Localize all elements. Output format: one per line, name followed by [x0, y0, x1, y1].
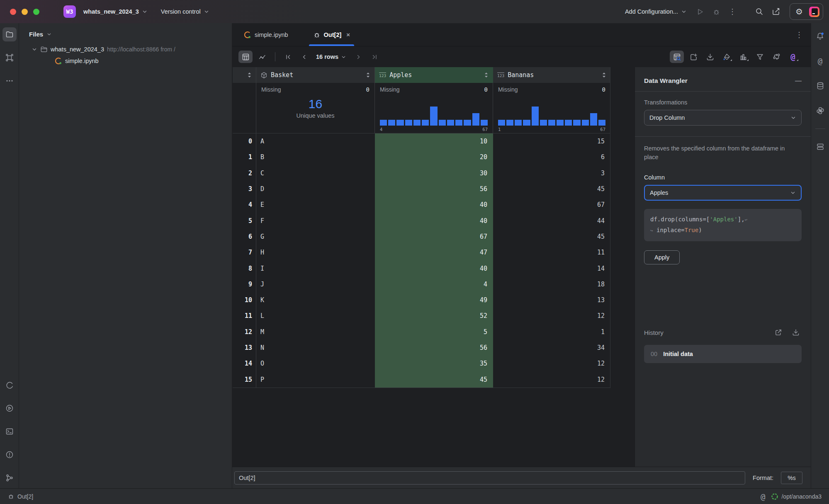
cell-bananas[interactable]: 12	[493, 356, 610, 371]
cell-bananas[interactable]: 12	[493, 308, 610, 324]
tab-notebook[interactable]: simple.ipynb	[238, 23, 294, 46]
cell-basket[interactable]: C	[256, 165, 375, 181]
cell-bananas[interactable]: 67	[493, 197, 610, 213]
output-reference-input[interactable]	[234, 471, 745, 485]
previous-page-button[interactable]	[297, 51, 311, 63]
debug-button[interactable]	[710, 6, 722, 18]
version-control-menu[interactable]: Version control	[158, 6, 213, 17]
history-item[interactable]: 00 Initial data	[644, 345, 802, 363]
cell-apples[interactable]: 56	[375, 340, 493, 356]
cell-bananas[interactable]: 18	[493, 276, 610, 292]
layout-button[interactable]	[813, 140, 827, 154]
cell-bananas[interactable]: 11	[493, 245, 610, 260]
python-packages-button[interactable]	[813, 104, 827, 118]
sort-icon[interactable]	[484, 72, 489, 78]
cell-apples[interactable]: 67	[375, 229, 493, 245]
cell-apples[interactable]: 47	[375, 245, 493, 260]
minimize-panel-button[interactable]: —	[795, 77, 802, 85]
chevron-expanded-icon[interactable]	[32, 46, 37, 52]
cell-index[interactable]: 15	[233, 371, 256, 387]
table-row[interactable]: 7H4711	[233, 245, 610, 260]
cell-index[interactable]: 3	[233, 181, 256, 197]
cell-basket[interactable]: E	[256, 197, 375, 213]
structure-tool-button[interactable]	[2, 51, 17, 65]
aggregate-view-button[interactable]	[736, 51, 750, 63]
column-dropdown[interactable]: Apples	[644, 185, 802, 201]
settings-gear-icon[interactable]: ⚙	[793, 5, 805, 18]
version-graph-tool-button[interactable]	[2, 471, 17, 485]
filter-button[interactable]	[753, 51, 767, 63]
cell-bananas[interactable]: 45	[493, 229, 610, 245]
cell-basket[interactable]: P	[256, 371, 375, 387]
table-row[interactable]: 0A1015	[233, 133, 610, 149]
cell-apples[interactable]: 30	[375, 165, 493, 181]
cell-basket[interactable]: D	[256, 181, 375, 197]
cell-bananas[interactable]: 12	[493, 371, 610, 387]
close-window-button[interactable]	[10, 9, 16, 15]
cell-apples[interactable]: 4	[375, 276, 493, 292]
cell-bananas[interactable]: 34	[493, 340, 610, 356]
table-row[interactable]: 1B206	[233, 149, 610, 165]
cell-apples[interactable]: 52	[375, 308, 493, 324]
cell-basket[interactable]: L	[256, 308, 375, 324]
apply-button[interactable]: Apply	[644, 250, 680, 264]
cell-basket[interactable]: F	[256, 213, 375, 228]
open-history-button[interactable]	[773, 327, 784, 338]
next-page-button[interactable]	[351, 51, 365, 63]
cell-apples[interactable]: 40	[375, 197, 493, 213]
more-tool-windows-button[interactable]	[2, 74, 17, 88]
terminal-tool-button[interactable]	[2, 424, 17, 439]
status-output-segment[interactable]: Out[2]	[7, 493, 33, 500]
column-header-bananas[interactable]: 123 Bananas	[493, 67, 610, 83]
tree-item-project[interactable]: whats_new_2024_3 http://localhost:8866 f…	[19, 44, 232, 55]
cell-bananas[interactable]: 44	[493, 213, 610, 228]
run-configuration-selector[interactable]: Add Configuration...	[622, 6, 690, 17]
cell-index[interactable]: 10	[233, 292, 256, 308]
cell-apples[interactable]: 40	[375, 260, 493, 276]
color-settings-button[interactable]	[720, 51, 734, 63]
editor-options-menu[interactable]: ⋮	[793, 30, 805, 40]
cell-index[interactable]: 8	[233, 260, 256, 276]
cell-apples[interactable]: 35	[375, 356, 493, 371]
table-row[interactable]: 12M51	[233, 324, 610, 340]
open-in-new-tab-button[interactable]	[686, 51, 700, 63]
table-row[interactable]: 10K4913	[233, 292, 610, 308]
column-header-apples[interactable]: 123 Apples	[375, 67, 493, 83]
cell-basket[interactable]: A	[256, 133, 375, 149]
more-actions-menu[interactable]: ⋮	[727, 7, 738, 17]
cell-basket[interactable]: M	[256, 324, 375, 340]
cell-bananas[interactable]: 6	[493, 149, 610, 165]
cell-basket[interactable]: N	[256, 340, 375, 356]
inspect-table-button[interactable]	[670, 51, 684, 63]
tree-item-notebook[interactable]: simple.ipynb	[19, 55, 232, 67]
cell-basket[interactable]: B	[256, 149, 375, 165]
run-button[interactable]	[694, 6, 706, 18]
kernel-tool-button[interactable]	[2, 378, 17, 392]
cell-apples[interactable]: 5	[375, 324, 493, 340]
cell-apples[interactable]: 49	[375, 292, 493, 308]
cell-basket[interactable]: K	[256, 292, 375, 308]
cell-bananas[interactable]: 3	[493, 165, 610, 181]
cell-bananas[interactable]: 1	[493, 324, 610, 340]
cell-basket[interactable]: G	[256, 229, 375, 245]
cell-index[interactable]: 2	[233, 165, 256, 181]
table-row[interactable]: 3D5645	[233, 181, 610, 197]
table-row[interactable]: 15P4512	[233, 371, 610, 387]
table-row[interactable]: 11L5212	[233, 308, 610, 324]
sort-icon[interactable]	[602, 72, 606, 78]
cell-basket[interactable]: I	[256, 260, 375, 276]
feedback-button[interactable]	[770, 5, 782, 18]
python-interpreter-selector[interactable]: /opt/anaconda3	[771, 493, 822, 500]
cell-bananas[interactable]: 14	[493, 260, 610, 276]
cell-index[interactable]: 0	[233, 133, 256, 149]
column-header-basket[interactable]: Basket	[256, 67, 375, 83]
cell-apples[interactable]: 40	[375, 213, 493, 228]
ai-status-button[interactable]: @	[761, 492, 765, 501]
cell-apples[interactable]: 56	[375, 181, 493, 197]
transpose-button[interactable]	[769, 51, 783, 63]
files-panel-header[interactable]: Files	[19, 29, 232, 44]
table-row[interactable]: 4E4067	[233, 197, 610, 213]
export-history-button[interactable]	[790, 327, 802, 338]
cell-index[interactable]: 14	[233, 356, 256, 371]
close-tab-icon[interactable]: ×	[346, 31, 350, 38]
